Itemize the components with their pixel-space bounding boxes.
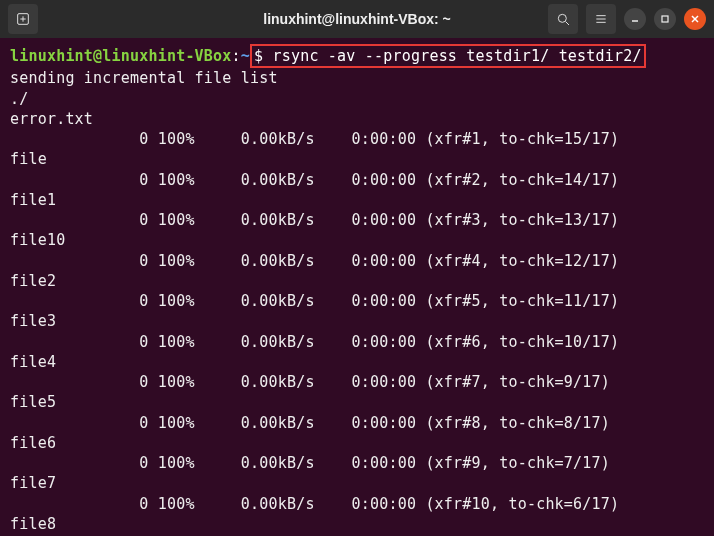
- menu-button[interactable]: [586, 4, 616, 34]
- window-title: linuxhint@linuxhint-VBox: ~: [263, 11, 450, 27]
- command-text: rsync -av --progress testdir1/ testdir2/: [272, 47, 641, 65]
- file-name-line: file8: [10, 514, 704, 534]
- terminal-body[interactable]: linuxhint@linuxhint-VBox:~$ rsync -av --…: [0, 38, 714, 536]
- svg-point-3: [558, 14, 566, 22]
- file-name-line: file1: [10, 190, 704, 210]
- titlebar-controls: [548, 4, 706, 34]
- file-progress-line: 0 100% 0.00kB/s 0:00:00 (xfr#5, to-chk=1…: [10, 291, 704, 311]
- minimize-button[interactable]: [624, 8, 646, 30]
- file-progress-line: 0 100% 0.00kB/s 0:00:00 (xfr#6, to-chk=1…: [10, 332, 704, 352]
- file-progress-line: 0 100% 0.00kB/s 0:00:00 (xfr#3, to-chk=1…: [10, 210, 704, 230]
- file-progress-line: 0 100% 0.00kB/s 0:00:00 (xfr#1, to-chk=1…: [10, 129, 704, 149]
- file-name-line: file10: [10, 230, 704, 250]
- titlebar: linuxhint@linuxhint-VBox: ~: [0, 0, 714, 38]
- prompt-symbol: $: [254, 47, 263, 65]
- output-dot: ./: [10, 89, 704, 109]
- new-tab-button[interactable]: [8, 4, 38, 34]
- svg-rect-9: [662, 16, 668, 22]
- file-progress-line: 0 100% 0.00kB/s 0:00:00 (xfr#2, to-chk=1…: [10, 170, 704, 190]
- search-button[interactable]: [548, 4, 578, 34]
- file-progress-line: 0 100% 0.00kB/s 0:00:00 (xfr#7, to-chk=9…: [10, 372, 704, 392]
- file-name-line: file7: [10, 473, 704, 493]
- file-list: error.txt 0 100% 0.00kB/s 0:00:00 (xfr#1…: [10, 109, 704, 536]
- file-name-line: file: [10, 149, 704, 169]
- prompt-colon: :: [232, 47, 241, 65]
- close-button[interactable]: [684, 8, 706, 30]
- prompt-line: linuxhint@linuxhint-VBox:~$ rsync -av --…: [10, 46, 704, 66]
- file-name-line: file4: [10, 352, 704, 372]
- file-progress-line: 0 100% 0.00kB/s 0:00:00 (xfr#10, to-chk=…: [10, 494, 704, 514]
- file-name-line: file3: [10, 311, 704, 331]
- output-header: sending incremental file list: [10, 68, 704, 88]
- command-highlight: $ rsync -av --progress testdir1/ testdir…: [250, 44, 646, 68]
- file-name-line: error.txt: [10, 109, 704, 129]
- file-name-line: file6: [10, 433, 704, 453]
- svg-line-4: [566, 22, 569, 25]
- file-progress-line: 0 100% 0.00kB/s 0:00:00 (xfr#8, to-chk=8…: [10, 413, 704, 433]
- prompt-path: ~: [241, 47, 250, 65]
- maximize-button[interactable]: [654, 8, 676, 30]
- file-name-line: file2: [10, 271, 704, 291]
- file-progress-line: 0 100% 0.00kB/s 0:00:00 (xfr#9, to-chk=7…: [10, 453, 704, 473]
- file-name-line: file5: [10, 392, 704, 412]
- file-progress-line: 0 100% 0.00kB/s 0:00:00 (xfr#4, to-chk=1…: [10, 251, 704, 271]
- prompt-userhost: linuxhint@linuxhint-VBox: [10, 47, 232, 65]
